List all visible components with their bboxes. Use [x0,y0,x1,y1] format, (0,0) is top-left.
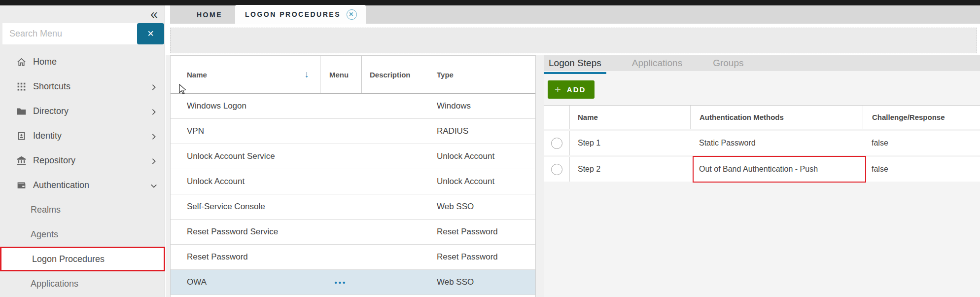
column-header-description[interactable]: Description [361,56,428,93]
detail-tab-bar: Logon Steps Applications Groups [544,55,980,71]
cell-auth-methods: Static Password [690,131,863,155]
tab-close-icon[interactable]: ✕ [347,9,357,20]
sidebar-item-label: Applications [31,279,78,289]
grid-icon [16,81,27,92]
table-row-unlock-account[interactable]: Unlock Account Unlock Account [171,169,535,194]
sidebar-search: ✕ [2,23,164,44]
cell-text: false [872,139,888,147]
cell-name: Windows Logon [171,101,320,111]
sidebar-item-logon-procedures[interactable]: Logon Procedures [0,247,165,271]
column-label: Authentication Methods [700,113,784,121]
search-input[interactable] [2,23,137,44]
table-row-windows-logon[interactable]: Windows Logon Windows [171,94,535,119]
cell-text: Step 1 [578,139,600,148]
column-label: Name [187,71,207,79]
cell-name: Unlock Account Service [171,151,320,161]
sidebar-item-label: Realms [31,205,61,215]
sidebar-item-authentication[interactable]: Authentication [0,173,165,197]
tab-groups[interactable]: Groups [713,58,743,69]
cell-name: Reset Password Service [171,227,320,237]
sidebar-item-identity[interactable]: Identity [0,123,165,148]
tab-label: HOME [197,11,222,19]
sidebar-item-label: Repository [33,155,75,166]
sidebar-item-label: Directory [33,106,69,116]
column-label: Challenge/Response [872,113,945,121]
column-label: Description [370,71,411,79]
cell-text: Out of Band Authentication - Push [699,165,818,174]
sort-descending-icon: ↓ [305,69,310,80]
column-label: Type [437,71,454,79]
sidebar-item-home[interactable]: Home [0,49,165,74]
sidebar-item-repository[interactable]: Repository [0,148,165,173]
radio-button[interactable] [551,164,562,175]
sidebar-item-label: Authentication [33,180,89,190]
sidebar-item-shortcuts[interactable]: Shortcuts [0,74,165,99]
chevron-right-icon [150,157,157,164]
column-header-step-name: Name [569,106,690,129]
detail-panel: Logon Steps Applications Groups + ADD Na… [544,55,980,297]
chevron-right-icon [150,108,157,114]
sidebar-item-applications[interactable]: Applications [0,271,165,296]
tab-label: LOGON PROCEDURES [245,10,341,18]
add-button[interactable]: + ADD [548,80,595,99]
tab-logon-procedures[interactable]: LOGON PROCEDURES ✕ [235,5,366,24]
bank-icon [16,155,27,166]
step-row-2[interactable]: Step 2 Out of Band Authentication - Push… [544,157,980,182]
sidebar-item-directory[interactable]: Directory [0,99,165,123]
column-header-challenge-response: Challenge/Response [863,106,980,129]
chevron-right-icon [150,132,157,139]
column-header-type[interactable]: Type [428,56,535,93]
active-tab-underline [544,72,606,74]
cell-type: Unlock Account [428,151,535,161]
cell-text: false [872,165,888,173]
tab-home[interactable]: HOME [184,5,235,24]
table-row-vpn[interactable]: VPN RADIUS [171,119,535,144]
cell-name: Unlock Account [171,177,320,186]
table-row-unlock-account-service[interactable]: Unlock Account Service Unlock Account [171,144,535,169]
radio-button[interactable] [551,138,562,149]
logon-procedures-table: Name ↓ Menu Description Type Windows Log… [170,55,536,297]
sidebar-collapse-icon[interactable]: « [150,8,158,21]
layout-drop-zone [170,28,977,53]
chevron-right-icon [150,83,157,90]
sidebar-item-label: Identity [33,131,62,141]
row-actions-ellipsis-icon[interactable]: ••• [320,278,361,287]
column-header-menu[interactable]: Menu [320,56,361,93]
column-header-name[interactable]: Name ↓ [171,56,320,93]
close-icon: ✕ [147,29,154,39]
cell-type: Web SSO [428,202,535,212]
cell-type: Web SSO [428,277,535,287]
tab-logon-steps[interactable]: Logon Steps [549,58,601,69]
home-icon [16,57,27,67]
table-row-reset-password-service[interactable]: Reset Password Service Reset Password [171,220,535,245]
step-row-1[interactable]: Step 1 Static Password false [544,131,980,155]
cell-auth-methods: Out of Band Authentication - Push [690,157,863,182]
table-row-self-service-console[interactable]: Self-Service Console Web SSO [171,194,535,220]
sidebar-item-agents[interactable]: Agents [0,222,165,247]
cell-type: Reset Password [428,252,535,262]
table-row-reset-password[interactable]: Reset Password Reset Password [171,245,535,270]
sidebar-item-label: Logon Procedures [32,254,105,264]
sidebar-item-label: Home [33,57,57,67]
cell-name: Self-Service Console [171,202,320,212]
id-card-icon [16,131,27,141]
cell-challenge-response: false [863,165,980,174]
window-tab-bar: HOME LOGON PROCEDURES ✕ [170,5,980,24]
cell-type: Windows [428,101,535,111]
column-label: Menu [329,71,349,79]
table-row-owa[interactable]: OWA ••• Web SSO [171,270,535,295]
steps-header-row: Name Authentication Methods Challenge/Re… [544,105,980,129]
cell-text: Step 2 [578,165,600,174]
cell-text: Static Password [699,139,756,148]
sidebar-item-realms[interactable]: Realms [0,197,165,222]
tab-applications[interactable]: Applications [632,58,682,69]
add-button-label: ADD [567,85,586,94]
logon-steps-table: Name Authentication Methods Challenge/Re… [544,105,980,182]
cell-step-name: Step 1 [569,131,690,155]
sidebar-menu: Home Shortcuts Directory Identity Reposi… [0,49,165,296]
plus-icon: + [555,84,562,95]
wallet-icon [16,180,27,190]
cell-type: Unlock Account [428,177,535,186]
cell-name: OWA [171,277,320,287]
search-clear-button[interactable]: ✕ [137,23,164,44]
